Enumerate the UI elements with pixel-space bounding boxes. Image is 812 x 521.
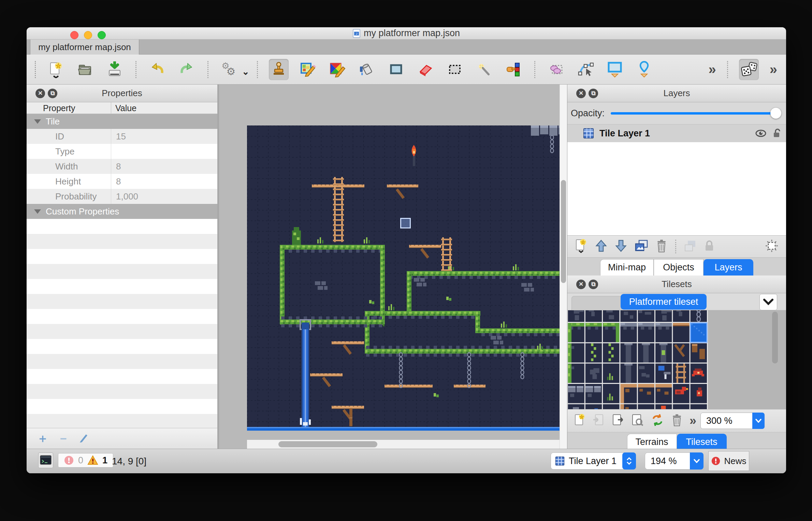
svg-text:J: J (356, 32, 358, 35)
toolbar-overflow-button[interactable]: » (709, 62, 715, 77)
property-row-width[interactable]: Width8 (27, 159, 217, 174)
tab-terrains[interactable]: Terrains (627, 434, 677, 450)
rectangular-select-tool[interactable] (445, 59, 465, 80)
collapse-triangle-icon[interactable] (34, 209, 41, 214)
map-view (221, 85, 567, 449)
opacity-slider[interactable] (611, 108, 781, 119)
highlight-current-layer-button[interactable] (764, 238, 779, 255)
add-property-button[interactable]: ＋ (37, 431, 48, 446)
close-panel-icon[interactable]: ✕ (35, 89, 45, 98)
close-panel-icon[interactable]: ✕ (576, 89, 586, 98)
map-canvas[interactable] (247, 125, 567, 431)
news-button[interactable]: News (708, 451, 749, 471)
tab-mini-map[interactable]: Mini-map (600, 259, 654, 276)
map-vertical-scrollbar[interactable] (560, 85, 567, 449)
property-row-height[interactable]: Height8 (27, 174, 217, 189)
hscroll-thumb[interactable] (278, 441, 377, 447)
layer-visible-eye-icon[interactable] (755, 129, 767, 138)
opacity-slider-thumb[interactable] (770, 108, 781, 119)
news-label: News (724, 456, 746, 466)
wang-brush-tool[interactable] (328, 59, 347, 80)
lock-other-layers-button[interactable] (704, 240, 714, 253)
issues-counter[interactable]: 0 1 (58, 453, 113, 467)
open-file-button[interactable] (75, 59, 95, 80)
automapping-button[interactable]: ⚙⚙ (219, 59, 239, 80)
float-panel-icon[interactable]: ⧉ (48, 89, 57, 98)
map-zoom-select[interactable]: 194 % (645, 452, 704, 470)
redo-button[interactable] (177, 59, 197, 80)
magic-wand-tool[interactable] (474, 59, 494, 80)
lower-layer-button[interactable] (614, 239, 627, 254)
tile-group-row[interactable]: Tile (27, 114, 217, 129)
arrow-up-icon (595, 239, 608, 253)
insert-point-tool[interactable] (634, 59, 654, 80)
float-panel-icon[interactable]: ⧉ (589, 280, 598, 289)
chevron-down-icon[interactable] (690, 452, 704, 470)
new-map-button[interactable]: ★ (46, 59, 66, 80)
show-other-layers-button[interactable] (684, 239, 697, 254)
map-horizontal-scrollbar[interactable] (247, 440, 560, 449)
document-icon: J (353, 29, 360, 38)
layer-select-combo[interactable]: Tile Layer 1 (551, 452, 636, 470)
layer-row-tile-layer-1[interactable]: Tile Layer 1 (567, 124, 786, 142)
delete-layer-button[interactable] (655, 239, 668, 254)
layer-select-stepper[interactable] (622, 452, 636, 470)
close-panel-icon[interactable]: ✕ (576, 280, 586, 289)
console-button[interactable] (38, 452, 53, 468)
opacity-slider-track[interactable] (611, 112, 781, 115)
select-objects-tool[interactable] (546, 59, 566, 80)
tileset-zoom-select[interactable]: 300 % (700, 413, 765, 429)
insert-rectangle-tool[interactable] (605, 59, 625, 80)
redo-icon (179, 62, 194, 77)
float-panel-icon[interactable]: ⧉ (589, 89, 598, 98)
shape-fill-tool[interactable] (386, 59, 406, 80)
undo-button[interactable] (147, 59, 167, 80)
tab-tilesets[interactable]: Tilesets (677, 434, 727, 450)
terrain-brush-tool[interactable] (298, 59, 318, 80)
tileset-canvas[interactable] (567, 310, 780, 409)
empty-property-rows (27, 219, 217, 428)
tab-objects[interactable]: Objects (654, 259, 704, 276)
toolbar-drag-handle[interactable] (35, 61, 36, 78)
property-row-probability[interactable]: Probability1,000 (27, 189, 217, 204)
property-row-id[interactable]: ID15 (27, 129, 217, 144)
edit-tileset-button[interactable] (631, 413, 644, 429)
toolbar-overflow-button[interactable]: » (770, 62, 776, 77)
vscroll-thumb[interactable] (561, 180, 566, 283)
embed-tileset-button[interactable] (593, 413, 605, 429)
document-tab[interactable]: my platformer map.json (30, 40, 139, 55)
collapse-triangle-icon[interactable] (34, 119, 41, 124)
zoom-window-button[interactable] (98, 31, 106, 39)
save-file-button[interactable] (105, 59, 125, 80)
new-layer-button[interactable]: ★ (574, 238, 588, 255)
stamp-icon (271, 61, 287, 78)
bucket-fill-tool[interactable] (357, 59, 377, 80)
raise-layer-button[interactable] (595, 239, 608, 254)
layer-unlocked-icon[interactable] (772, 128, 782, 139)
minimize-window-button[interactable] (84, 31, 92, 39)
new-tileset-button[interactable]: ★ (574, 413, 586, 429)
reload-tileset-button[interactable] (651, 413, 664, 428)
chevron-down-icon[interactable] (752, 413, 765, 429)
remove-tileset-button[interactable] (671, 413, 683, 428)
close-window-button[interactable] (70, 31, 78, 39)
custom-properties-group-row[interactable]: Custom Properties (27, 204, 217, 219)
edit-polygons-tool[interactable] (576, 59, 595, 80)
tileset-scrollbar-thumb[interactable] (772, 312, 778, 363)
automapping-dropdown-chevron[interactable]: ⌄ (242, 66, 249, 77)
tileset-tab-platformer[interactable]: Platformer tileset (621, 294, 707, 310)
lock-icon (704, 240, 714, 252)
export-tileset-button[interactable] (612, 413, 624, 429)
duplicate-layer-button[interactable] (634, 239, 649, 254)
select-same-tile-tool[interactable] (504, 59, 523, 80)
edit-property-button[interactable] (78, 432, 89, 445)
tileset-toolbar-overflow[interactable]: » (690, 414, 695, 428)
property-row-type[interactable]: Type (27, 144, 217, 159)
remove-property-button[interactable]: − (60, 432, 67, 445)
trash-icon (655, 239, 668, 253)
eraser-tool[interactable] (416, 59, 435, 80)
tab-layers[interactable]: Layers (704, 259, 753, 276)
random-mode-button[interactable] (739, 59, 759, 80)
tileset-list-dropdown-button[interactable] (759, 294, 777, 310)
stamp-brush-tool[interactable] (269, 59, 289, 80)
